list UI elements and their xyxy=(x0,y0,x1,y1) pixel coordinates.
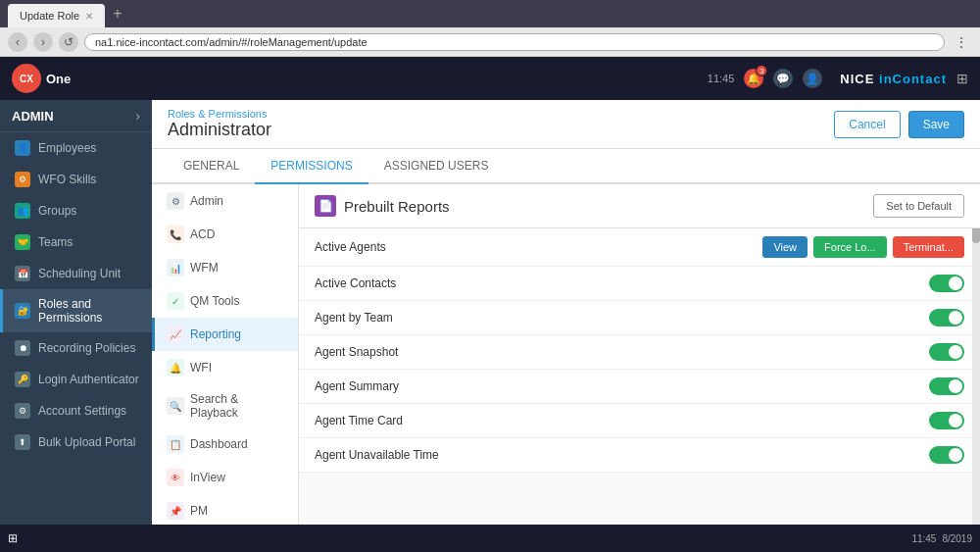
taskbar-start-icon[interactable]: ⊞ xyxy=(8,531,18,545)
perm-panel: 📄 Prebuilt Reports Set to Default Active… xyxy=(299,184,980,552)
sidebar-item-employees[interactable]: 👤 Employees xyxy=(0,132,152,164)
sidebar-item-recording-policies[interactable]: ⏺ Recording Policies xyxy=(0,332,152,364)
tab-permissions[interactable]: PERMISSIONS xyxy=(255,149,368,184)
groups-label: Groups xyxy=(38,204,76,218)
sidebar-item-scheduling-unit[interactable]: 📅 Scheduling Unit xyxy=(0,258,152,289)
page-tabs: GENERAL PERMISSIONS ASSIGNED USERS xyxy=(152,149,980,184)
active-agents-controls: View Force Lo... Terminat... xyxy=(762,236,964,258)
active-contacts-controls xyxy=(929,275,964,292)
toggle-agent-unavailable-time[interactable] xyxy=(929,446,964,464)
topbar-bell-icon[interactable]: 🔔 3 xyxy=(744,69,763,88)
toggle-agent-snapshot[interactable] xyxy=(929,343,964,361)
dashboard-nav-icon: 📋 xyxy=(167,435,184,453)
taskbar-date-display: 8/2019 xyxy=(942,533,972,544)
agent-by-team-controls xyxy=(929,309,964,326)
topbar-left: CX One xyxy=(12,64,71,93)
toggle-agent-time-card[interactable] xyxy=(929,412,964,429)
tab-close-icon[interactable]: ✕ xyxy=(85,11,93,22)
sidebar-item-bulk-upload[interactable]: ⬆ Bulk Upload Portal xyxy=(0,427,152,458)
teams-icon: 🤝 xyxy=(15,234,30,250)
inview-nav-icon: 👁 xyxy=(167,469,184,486)
reporting-nav-icon: 📈 xyxy=(167,326,184,343)
browser-tab-bar: Update Role ✕ + xyxy=(0,0,980,27)
force-button-active-agents[interactable]: Force Lo... xyxy=(813,236,887,258)
logo-text: One xyxy=(46,72,71,86)
sidebar-item-groups[interactable]: 👥 Groups xyxy=(0,195,152,226)
tab-general[interactable]: GENERAL xyxy=(168,149,255,184)
taskbar-time-display: 11:45 xyxy=(911,533,936,544)
nav-back-button[interactable]: ‹ xyxy=(8,32,27,52)
perm-nav-item-wfm[interactable]: 📊 WFM xyxy=(152,251,298,284)
topbar-time: 11:45 xyxy=(708,73,735,84)
acd-nav-label: ACD xyxy=(190,227,215,241)
sidebar-item-wfo-skills[interactable]: ⚙ WFO Skills xyxy=(0,164,152,195)
login-authenticator-icon: 🔑 xyxy=(15,372,30,387)
tab-assigned-users[interactable]: ASSIGNED USERS xyxy=(368,149,505,184)
agent-unavailable-time-name: Agent Unavailable Time xyxy=(315,448,929,462)
toggle-agent-by-team[interactable] xyxy=(929,309,964,326)
admin-nav-label: Admin xyxy=(190,194,223,208)
perm-nav: ⚙ Admin 📞 ACD 📊 WFM ✓ QM Tools 📈 Re xyxy=(152,184,299,552)
breadcrumb[interactable]: Roles & Permissions xyxy=(168,108,271,120)
scheduling-unit-label: Scheduling Unit xyxy=(38,267,121,280)
perm-panel-header: 📄 Prebuilt Reports Set to Default xyxy=(299,184,980,228)
logo-icon: CX xyxy=(12,64,41,93)
url-input[interactable] xyxy=(84,33,945,51)
sidebar: ADMIN › 👤 Employees ⚙ WFO Skills 👥 Group… xyxy=(0,100,152,552)
nav-forward-button[interactable]: › xyxy=(33,32,53,52)
employees-label: Employees xyxy=(38,141,96,155)
view-button-active-agents[interactable]: View xyxy=(762,236,808,258)
sidebar-item-login-authenticator[interactable]: 🔑 Login Authenticator xyxy=(0,364,152,395)
wfi-nav-icon: 🔔 xyxy=(167,359,184,376)
topbar-chat-icon[interactable]: 💬 xyxy=(773,69,793,88)
pm-nav-icon: 📌 xyxy=(167,502,184,520)
agent-by-team-name: Agent by Team xyxy=(315,311,929,325)
perm-nav-item-search-playback[interactable]: 🔍 Search & Playback xyxy=(152,384,298,427)
nice-incontact-logo: NICE inContact xyxy=(840,72,947,86)
recording-policies-label: Recording Policies xyxy=(38,341,135,355)
qm-tools-nav-icon: ✓ xyxy=(167,292,184,310)
account-settings-icon: ⚙ xyxy=(15,403,30,419)
save-button[interactable]: Save xyxy=(908,111,964,138)
employees-icon: 👤 xyxy=(15,140,30,156)
perm-nav-item-acd[interactable]: 📞 ACD xyxy=(152,218,298,251)
sidebar-item-account-settings[interactable]: ⚙ Account Settings xyxy=(0,395,152,427)
perm-nav-item-reporting[interactable]: 📈 Reporting xyxy=(152,318,298,351)
perm-nav-item-admin[interactable]: ⚙ Admin xyxy=(152,184,298,218)
topbar-grid-icon[interactable]: ⊞ xyxy=(956,71,968,86)
perm-row-agent-time-card: Agent Time Card xyxy=(299,404,980,438)
panel-scrollbar[interactable] xyxy=(972,184,980,552)
sidebar-admin-section[interactable]: ADMIN › xyxy=(0,100,152,132)
perm-nav-item-pm[interactable]: 📌 PM xyxy=(152,494,298,527)
header-buttons: Cancel Save xyxy=(834,111,964,138)
agent-summary-name: Agent Summary xyxy=(315,379,929,393)
sidebar-item-teams[interactable]: 🤝 Teams xyxy=(0,226,152,258)
set-to-default-button[interactable]: Set to Default xyxy=(873,194,964,218)
admin-expand-icon: › xyxy=(135,108,140,124)
teams-label: Teams xyxy=(38,235,73,249)
app-topbar: CX One 11:45 🔔 3 💬 👤 NICE inContact ⊞ xyxy=(0,57,980,100)
sidebar-item-roles-permissions[interactable]: 🔐 Roles and Permissions xyxy=(0,289,152,332)
perm-panel-title: 📄 Prebuilt Reports xyxy=(315,195,450,217)
terminate-button-active-agents[interactable]: Terminat... xyxy=(893,236,964,258)
perm-row-agent-unavailable-time: Agent Unavailable Time xyxy=(299,438,980,473)
new-tab-button[interactable]: + xyxy=(109,5,125,23)
toggle-active-contacts[interactable] xyxy=(929,275,964,292)
tab-label: Update Role xyxy=(20,10,79,22)
wfo-skills-icon: ⚙ xyxy=(15,172,30,187)
browser-menu-icon[interactable]: ⋮ xyxy=(951,34,972,50)
cancel-button[interactable]: Cancel xyxy=(834,111,900,138)
perm-nav-item-wfi[interactable]: 🔔 WFI xyxy=(152,351,298,384)
perm-nav-item-inview[interactable]: 👁 InView xyxy=(152,461,298,494)
panel-title-text: Prebuilt Reports xyxy=(344,198,450,215)
login-authenticator-label: Login Authenticator xyxy=(38,373,139,386)
nav-refresh-button[interactable]: ↺ xyxy=(59,32,78,52)
toggle-agent-summary[interactable] xyxy=(929,377,964,395)
acd-nav-icon: 📞 xyxy=(167,226,184,243)
topbar-user-icon[interactable]: 👤 xyxy=(803,69,822,88)
reporting-nav-label: Reporting xyxy=(190,327,241,341)
perm-nav-item-dashboard[interactable]: 📋 Dashboard xyxy=(152,427,298,461)
perm-nav-item-qm-tools[interactable]: ✓ QM Tools xyxy=(152,284,298,318)
active-tab[interactable]: Update Role ✕ xyxy=(8,4,105,27)
active-agents-name: Active Agents xyxy=(315,240,762,254)
